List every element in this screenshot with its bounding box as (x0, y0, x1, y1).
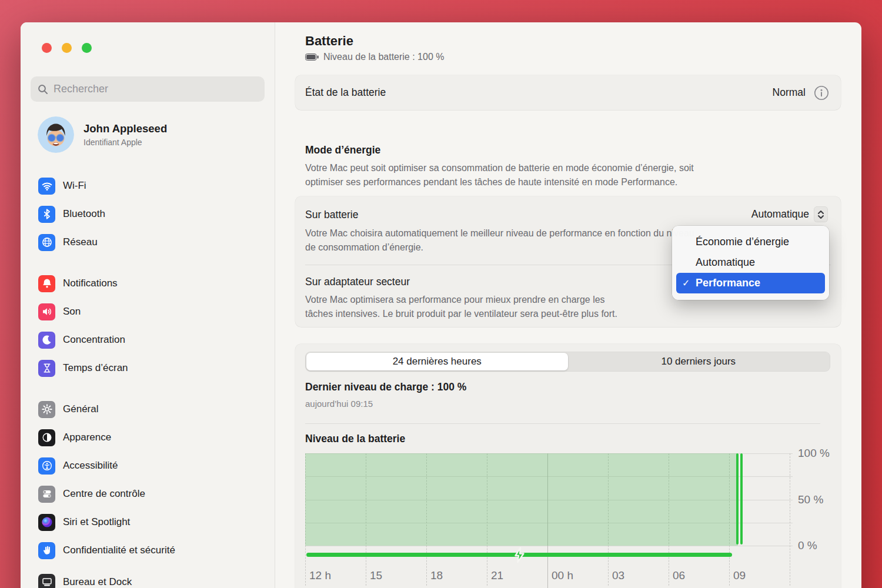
checkmark-icon: ✓ (682, 278, 690, 289)
chevron-up-down-icon (814, 206, 828, 222)
bell-icon (38, 275, 55, 292)
profile-subtitle: Identifiant Apple (83, 138, 167, 147)
globe-icon (38, 234, 55, 251)
desktop-dock-icon (38, 574, 55, 588)
battery-health-value: Normal (773, 86, 806, 99)
sidebar-item-label: Siri et Spotlight (63, 516, 130, 528)
battery-icon (305, 54, 319, 61)
sidebar-item-son[interactable]: Son (31, 298, 265, 326)
sidebar-group-network: Wi-FiBluetoothRéseau (31, 172, 265, 256)
profile-name: John Appleseed (83, 122, 167, 135)
search-field[interactable] (31, 76, 265, 102)
charging-bolt-icon (513, 547, 526, 566)
sidebar-item-g-n-ral[interactable]: Général (31, 395, 265, 423)
sidebar-item-label: Son (63, 306, 81, 318)
sidebar-item-label: Confidentialité et sécurité (63, 544, 175, 556)
battery-health-card: État de la batterie Normal (295, 75, 841, 110)
x-axis-label: 18 (430, 569, 443, 582)
appearance-icon (38, 429, 55, 446)
profile-row[interactable]: John Appleseed Identifiant Apple (38, 116, 167, 153)
control-center-icon (38, 486, 55, 503)
x-axis-label: 00 h (552, 569, 573, 582)
x-axis-label: 03 (612, 569, 624, 582)
x-axis-label: 12 h (309, 569, 331, 582)
menu-option--conomie-d-nergie[interactable]: Économie d’énergie (676, 232, 825, 252)
history-segmented-control: 24 dernières heures10 derniers jours (305, 352, 830, 372)
y-axis-label: 50 % (798, 493, 823, 506)
last-charge-label: Dernier niveau de charge : 100 % (305, 381, 466, 393)
sidebar: John Appleseed Identifiant Apple Wi-FiBl… (21, 22, 275, 588)
on-battery-description: Votre Mac choisira automatiquement le me… (305, 226, 717, 255)
zoom-window-button[interactable] (82, 43, 92, 53)
menu-option-label: Automatique (696, 256, 755, 269)
gear-icon (38, 401, 55, 418)
info-icon[interactable] (814, 85, 829, 101)
y-axis-label: 0 % (798, 539, 817, 552)
avatar (38, 116, 74, 153)
sidebar-item-wi-fi[interactable]: Wi-Fi (31, 172, 265, 200)
sidebar-item-confidentialit-et-s-curit-[interactable]: Confidentialité et sécurité (31, 536, 265, 564)
sidebar-item-bureau-et-dock[interactable]: Bureau et Dock (31, 568, 265, 588)
x-axis-label: 09 (733, 569, 746, 582)
sidebar-group-desktop: Bureau et Dock (31, 568, 265, 588)
on-battery-selected-value: Automatique (751, 208, 809, 220)
wifi-icon (38, 178, 55, 195)
sidebar-item-label: Wi-Fi (63, 180, 86, 192)
minimize-window-button[interactable] (62, 43, 72, 53)
usage-history-card: 24 dernières heures10 derniers jours Der… (295, 344, 841, 588)
last-charge-timestamp: aujourd’hui 09:15 (305, 399, 373, 409)
hand-icon (38, 542, 55, 559)
sidebar-item-concentration[interactable]: Concentration (31, 326, 265, 354)
gridline-v (790, 453, 790, 586)
sidebar-item-temps-d-cran[interactable]: Temps d’écran (31, 354, 265, 382)
sidebar-item-label: Réseau (63, 236, 98, 248)
sidebar-item-apparence[interactable]: Apparence (31, 423, 265, 452)
search-input[interactable] (54, 83, 253, 95)
sidebar-item-notifications[interactable]: Notifications (31, 269, 265, 298)
battery-settings-pane: Batterie Niveau de la batterie : 100 % É… (276, 22, 861, 588)
close-window-button[interactable] (42, 43, 52, 53)
history-tab-10d[interactable]: 10 derniers jours (568, 353, 830, 370)
accessibility-icon (38, 457, 55, 475)
sidebar-group-alerts: NotificationsSonConcentrationTemps d’écr… (31, 269, 265, 382)
on-adapter-label: Sur adaptateur secteur (305, 276, 410, 288)
sidebar-item-bluetooth[interactable]: Bluetooth (31, 200, 265, 228)
battery-level-area (305, 453, 738, 546)
battery-status-row: Niveau de la batterie : 100 % (305, 52, 444, 62)
menu-option-performance[interactable]: ✓Performance (676, 273, 825, 293)
speaker-icon (38, 303, 55, 320)
sidebar-item-label: Général (63, 403, 98, 415)
history-tab-24h[interactable]: 24 dernières heures (306, 353, 568, 370)
menu-option-label: Économie d’énergie (696, 236, 789, 248)
system-settings-window: John Appleseed Identifiant Apple Wi-FiBl… (21, 22, 861, 588)
sidebar-item-label: Bureau et Dock (63, 576, 132, 588)
battery-level-chart: 100 %50 %0 %12 h15182100 h030609 (305, 453, 841, 588)
energy-mode-popup-menu: Économie d’énergieAutomatique✓Performanc… (672, 226, 829, 300)
sidebar-item-label: Notifications (63, 278, 118, 289)
sidebar-group-system: GénéralApparenceAccessibilitéCentre de c… (31, 395, 265, 564)
screen-on-usage-bar (740, 453, 743, 544)
sidebar-item-r-seau[interactable]: Réseau (31, 228, 265, 256)
sidebar-item-centre-de-contr-le[interactable]: Centre de contrôle (31, 480, 265, 508)
energy-mode-description: Votre Mac peut soit optimiser sa consomm… (305, 161, 811, 189)
energy-mode-heading: Mode d’énergie (305, 144, 380, 156)
battery-status-text: Niveau de la batterie : 100 % (323, 52, 444, 62)
on-battery-label: Sur batterie (305, 209, 358, 221)
chart-title: Niveau de la batterie (305, 433, 405, 445)
screen-on-usage-bar (736, 453, 739, 544)
battery-health-label: État de la batterie (305, 86, 386, 99)
sidebar-item-siri-et-spotlight[interactable]: Siri et Spotlight (31, 508, 265, 536)
menu-option-label: Performance (696, 277, 760, 289)
sidebar-item-accessibilit-[interactable]: Accessibilité (31, 452, 265, 480)
menu-option-automatique[interactable]: Automatique (676, 252, 825, 273)
sidebar-item-label: Concentration (63, 334, 125, 346)
siri-icon (38, 514, 55, 531)
on-battery-popup-button[interactable]: Automatique (751, 206, 828, 222)
moon-icon (38, 332, 55, 349)
search-icon (38, 84, 48, 95)
sidebar-item-label: Temps d’écran (63, 362, 128, 374)
divider (305, 423, 820, 424)
sidebar-item-label: Accessibilité (63, 460, 118, 472)
sidebar-item-label: Bluetooth (63, 208, 105, 220)
bluetooth-icon (38, 206, 55, 223)
